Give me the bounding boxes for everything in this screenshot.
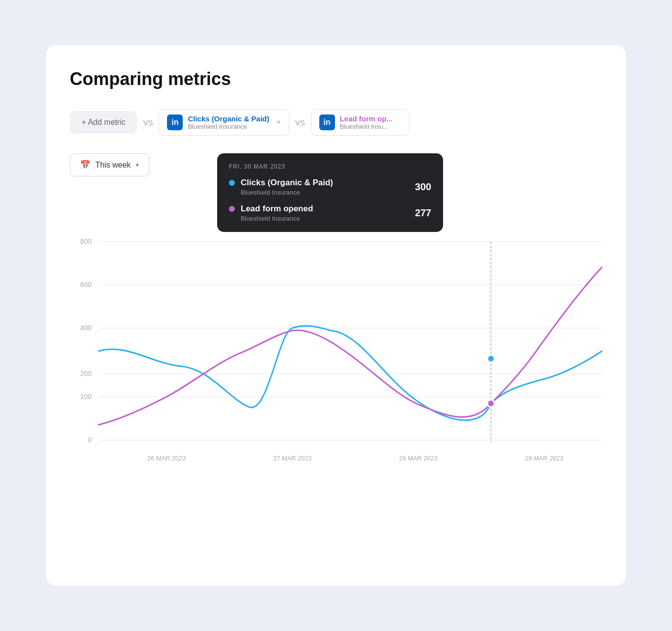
- svg-text:600: 600: [80, 280, 91, 288]
- tooltip-date: FRI, 30 MAR 2023: [229, 163, 431, 170]
- vs-label-1: VS: [143, 118, 153, 127]
- svg-text:27 MAR 2023: 27 MAR 2023: [273, 455, 311, 462]
- tooltip-value-1: 300: [415, 181, 431, 193]
- svg-text:100: 100: [80, 392, 91, 400]
- tooltip-metric-sub-1: Blueshield Insurance: [241, 189, 409, 196]
- vs-label-2: VS: [295, 118, 305, 127]
- add-metric-button[interactable]: + Add metric: [70, 111, 137, 134]
- chart-tooltip: FRI, 30 MAR 2023 Clicks (Organic & Paid)…: [217, 153, 443, 232]
- tooltip-dot-purple: [229, 206, 235, 212]
- metric-chip-text-2: Lead form op... Blueshield Insu...: [340, 115, 401, 130]
- metric-chip-1: in Clicks (Organic & Paid) Blueshield In…: [159, 109, 289, 136]
- tooltip-value-2: 277: [415, 207, 431, 219]
- svg-point-20: [487, 400, 494, 407]
- svg-text:29 MAR 2023: 29 MAR 2023: [525, 455, 563, 462]
- linkedin-icon-1: in: [167, 115, 183, 130]
- chart-svg: 800 600 400 200 100 0 26 MAR 2023 27 MAR…: [70, 206, 602, 491]
- svg-text:26 MAR 2023: 26 MAR 2023: [147, 455, 186, 462]
- metrics-row: + Add metric VS in Clicks (Organic & Pai…: [70, 109, 602, 136]
- tooltip-row-1: Clicks (Organic & Paid) Blueshield Insur…: [229, 178, 431, 196]
- date-filter-label: This week: [95, 161, 131, 170]
- svg-text:0: 0: [88, 435, 92, 443]
- svg-point-19: [487, 355, 494, 362]
- calendar-icon: 📅: [80, 160, 90, 170]
- svg-text:200: 200: [80, 370, 91, 377]
- tooltip-dot-blue: [229, 180, 235, 186]
- tooltip-row-2: Lead form opened Blueshield Insurance 27…: [229, 204, 431, 222]
- metric-close-button-1[interactable]: ×: [276, 118, 280, 127]
- tooltip-metric-name-1: Clicks (Organic & Paid): [241, 178, 409, 188]
- main-card: Comparing metrics + Add metric VS in Cli…: [46, 45, 626, 586]
- metric-chip-text-1: Clicks (Organic & Paid) Blueshield Insur…: [188, 115, 269, 130]
- page-title: Comparing metrics: [70, 69, 602, 89]
- tooltip-metric-sub-2: Blueshield Insurance: [241, 215, 409, 222]
- metric-account-2: Blueshield Insu...: [340, 123, 401, 130]
- tooltip-metric-info-1: Clicks (Organic & Paid) Blueshield Insur…: [241, 178, 409, 196]
- date-filter-button[interactable]: 📅 This week ▾: [70, 153, 149, 176]
- metric-account-1: Blueshield Insurance: [188, 123, 269, 130]
- metric-name-2: Lead form op...: [340, 115, 401, 123]
- metric-name-1: Clicks (Organic & Paid): [188, 115, 269, 123]
- svg-text:28 MAR 2023: 28 MAR 2023: [399, 455, 437, 462]
- metric-chip-2: in Lead form op... Blueshield Insu...: [311, 109, 409, 136]
- tooltip-metric-name-2: Lead form opened: [241, 204, 409, 214]
- linkedin-icon-2: in: [319, 115, 335, 130]
- date-filter-row: 📅 This week ▾ FRI, 30 MAR 2023 Clicks (O…: [70, 153, 602, 176]
- svg-text:800: 800: [80, 237, 91, 245]
- svg-text:400: 400: [80, 323, 91, 331]
- chart-area: 800 600 400 200 100 0 26 MAR 2023 27 MAR…: [70, 206, 602, 491]
- tooltip-metric-info-2: Lead form opened Blueshield Insurance: [241, 204, 409, 222]
- chevron-down-icon: ▾: [136, 161, 139, 169]
